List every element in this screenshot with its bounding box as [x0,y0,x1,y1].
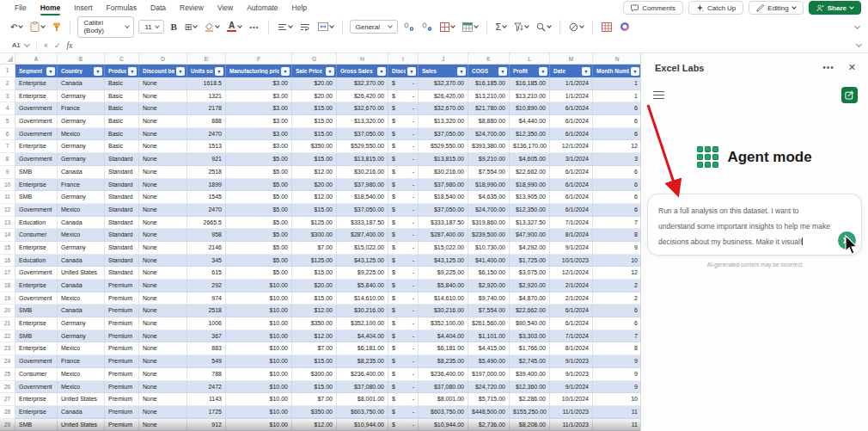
filter-dropdown-icon[interactable]: ▾ [407,67,416,76]
cell[interactable]: Germany [58,90,105,103]
row-number[interactable]: 2 [0,77,15,90]
cell[interactable]: 7/1/2024 [550,330,593,343]
cell[interactable]: 10/1/2024 [550,393,593,406]
cell[interactable]: Basic [105,102,139,115]
cell[interactable]: $287,400.00 [419,229,468,242]
cell[interactable]: 3/1/2024 [550,153,593,166]
cell[interactable]: None [139,267,187,280]
row-number[interactable]: 12 [0,204,15,217]
row-number[interactable]: 16 [0,255,15,268]
cell[interactable]: $261,560.00 [468,317,510,330]
cell[interactable]: $- [388,317,419,330]
cell[interactable]: $30,216.00 [419,166,468,179]
cell[interactable]: 2 [593,292,640,305]
cell[interactable]: $5.00 [226,267,292,280]
cell[interactable]: $5,715.00 [468,393,510,406]
cell[interactable]: $15.00 [292,204,337,217]
cell[interactable]: $350.00 [292,406,337,419]
cell[interactable]: $1,725.00 [510,255,550,268]
col-header-discount-band[interactable]: Discount band▾ [139,65,187,77]
cell[interactable]: $43,125.00 [337,255,388,268]
cell[interactable]: $10.00 [226,280,292,292]
cell[interactable]: 1/1/2024 [550,90,593,103]
cell[interactable]: 2146 [187,242,226,255]
row-number[interactable]: 27 [0,393,15,406]
row-number[interactable]: 15 [0,242,15,255]
cell[interactable]: $10.00 [226,419,292,431]
cell[interactable]: $2,736.00 [468,419,510,431]
cell[interactable]: 6 [593,166,640,179]
cell[interactable]: $20.00 [292,280,337,292]
cell[interactable]: 12/1/2024 [550,267,593,280]
cell[interactable]: $24,700.00 [468,204,510,217]
filter-dropdown-icon[interactable]: ▾ [215,67,223,76]
bold-button[interactable]: B [168,20,178,34]
cell[interactable]: 2/1/2024 [550,280,593,292]
cell[interactable]: $2,920.00 [468,280,510,292]
filter-dropdown-icon[interactable]: ▾ [582,67,590,76]
cell[interactable]: France [58,355,105,368]
more-font-options-button[interactable]: ••• [248,22,260,33]
decrease-decimal-button[interactable] [420,21,434,33]
number-format-select[interactable]: General [350,20,398,34]
cell[interactable]: $41,400.00 [468,255,510,268]
cell[interactable]: $20.00 [292,179,337,192]
cell[interactable]: $2,286.00 [510,393,550,406]
cell[interactable]: Premium [105,419,139,431]
menu-tab-data[interactable]: Data [144,2,172,15]
cell[interactable]: $12,350.00 [510,204,550,217]
cell[interactable]: $10.00 [226,305,292,317]
row-number[interactable]: 18 [0,280,15,292]
cell[interactable]: Basic [105,77,139,90]
cell[interactable]: $- [388,90,419,103]
cell[interactable]: 6 [593,128,640,141]
menu-tab-view[interactable]: View [211,2,239,15]
cell[interactable]: $- [388,128,419,141]
cell[interactable]: None [139,355,187,368]
cell[interactable]: Premium [105,305,139,317]
cell[interactable]: $393,380.00 [468,140,510,153]
cell[interactable]: Canada [58,166,105,179]
cell[interactable]: 2472 [187,381,226,394]
cell[interactable]: $7.00 [292,393,337,406]
cell[interactable]: $5.00 [226,153,292,166]
cell[interactable]: 6 [593,115,640,128]
row-number[interactable]: 6 [0,128,15,141]
cell[interactable]: 6/1/2024 [550,115,593,128]
cell[interactable]: Education [15,217,58,230]
cell[interactable]: Mexico [58,381,105,394]
cell[interactable]: $4,635.00 [468,191,510,204]
cell[interactable]: $300.00 [292,229,337,242]
cell[interactable]: Mexico [58,128,105,141]
cell[interactable]: $- [388,166,419,179]
cell[interactable]: None [139,153,187,166]
filter-dropdown-icon[interactable]: ▾ [498,67,507,76]
cell[interactable]: 345 [187,255,226,268]
merge-cells-button[interactable] [316,21,335,33]
cell[interactable]: $15,022.00 [337,242,388,255]
cell[interactable]: 6/1/2024 [550,179,593,192]
cell[interactable]: Premium [105,280,139,292]
cell[interactable]: $4,404.00 [419,330,468,343]
cell[interactable]: None [139,381,187,394]
panel-menu-button[interactable] [653,89,664,102]
cell[interactable]: $37,980.00 [337,179,388,192]
cell[interactable]: $8,001.00 [419,393,468,406]
cell[interactable]: $37,050.00 [419,128,468,141]
cell[interactable]: $14,610.00 [419,292,468,305]
undo-button[interactable]: ↶ [9,21,24,34]
cell[interactable]: 1321 [187,90,226,103]
cell[interactable]: $22,662.00 [510,166,550,179]
menu-tab-automate[interactable]: Automate [241,2,284,15]
cell[interactable]: Premium [105,406,139,419]
cell[interactable]: 921 [187,153,226,166]
cell[interactable]: $15.00 [292,128,337,141]
filter-dropdown-icon[interactable]: ▾ [539,67,547,76]
autosum-button[interactable]: Σ [494,20,509,34]
column-letter-I[interactable]: I [388,53,419,65]
cell[interactable]: $13,327.50 [510,217,550,230]
cell[interactable]: SMB [15,191,58,204]
increase-decimal-button[interactable] [402,21,416,33]
send-button[interactable] [838,231,856,249]
cell[interactable]: $21,780.00 [468,102,510,115]
